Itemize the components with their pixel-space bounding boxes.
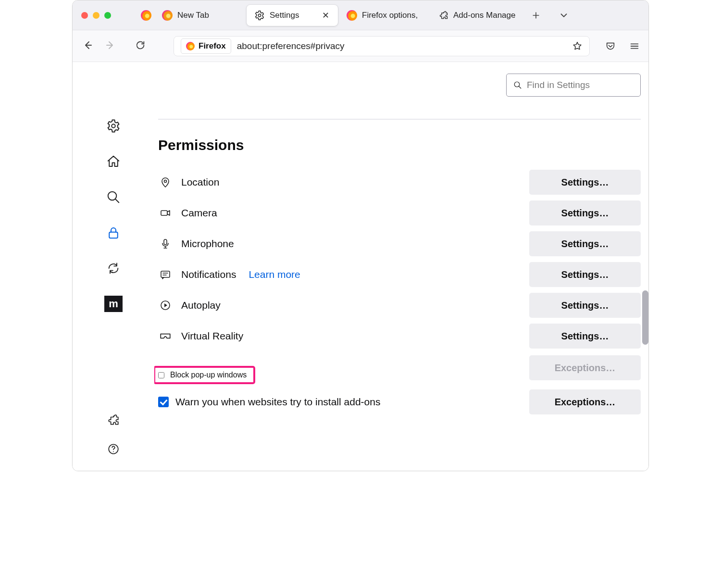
forward-button[interactable] (102, 39, 119, 53)
permission-label: Autoplay (181, 300, 221, 311)
permission-microphone: Microphone Settings… (158, 228, 641, 259)
scrollbar-thumb[interactable] (642, 290, 648, 345)
minimize-window-icon[interactable] (93, 12, 99, 19)
tab-settings[interactable]: Settings ✕ (247, 5, 338, 26)
vr-settings-button[interactable]: Settings… (529, 324, 641, 349)
permission-location: Location Settings… (158, 167, 641, 198)
tab-label: Firefox options, (362, 11, 423, 20)
sidebar-item-help[interactable] (105, 441, 122, 457)
chevron-down-icon (559, 10, 569, 21)
sidebar-item-home[interactable] (105, 153, 122, 170)
firefox-icon (347, 10, 357, 21)
block-popups-highlight: Block pop-up windows (154, 366, 255, 384)
url-text: about:preferences#privacy (237, 41, 566, 51)
sync-icon (107, 262, 120, 275)
svg-rect-9 (161, 271, 170, 277)
block-popups-checkbox[interactable] (158, 372, 164, 378)
permission-label: Notifications (181, 269, 236, 280)
lock-icon (106, 225, 121, 240)
warn-addons-checkbox[interactable] (158, 397, 169, 407)
identity-box[interactable]: Firefox (181, 38, 231, 54)
svg-rect-7 (161, 211, 167, 215)
hamburger-icon (629, 41, 640, 51)
camera-icon (158, 207, 173, 219)
tab-label: Add-ons Manage (453, 11, 515, 20)
new-tab-button[interactable] (529, 8, 543, 23)
pocket-button[interactable] (603, 39, 618, 53)
vr-icon (158, 330, 173, 342)
menu-button[interactable] (627, 39, 642, 53)
pocket-icon (605, 41, 616, 51)
gear-icon (106, 119, 121, 133)
star-icon[interactable] (572, 41, 583, 51)
browser-window: New Tab Settings ✕ Firefox options, Add-… (72, 0, 649, 471)
firefox-icon (141, 10, 151, 21)
microphone-settings-button[interactable]: Settings… (529, 231, 641, 256)
permission-label: Camera (181, 207, 217, 219)
url-bar[interactable]: Firefox about:preferences#privacy (174, 36, 590, 56)
sidebar-item-extensions[interactable] (105, 412, 122, 428)
sidebar-item-sync[interactable] (105, 260, 122, 276)
identity-label: Firefox (199, 41, 226, 51)
tab-label: New Tab (177, 11, 238, 20)
svg-rect-8 (164, 239, 167, 245)
close-window-icon[interactable] (81, 12, 88, 19)
permission-label: Microphone (181, 238, 234, 250)
autoplay-settings-button[interactable]: Settings… (529, 293, 641, 318)
reload-button[interactable] (132, 40, 149, 52)
search-icon (106, 190, 121, 204)
tab-firefox-options[interactable]: Firefox options, (339, 5, 430, 26)
sidebar-item-general[interactable] (105, 118, 122, 134)
window-controls (81, 12, 111, 19)
sidebar-item-mozilla[interactable]: m (104, 296, 123, 312)
help-icon (107, 443, 120, 455)
arrow-left-icon (82, 39, 93, 51)
puzzle-icon (439, 11, 448, 20)
main-pane: Find in Settings Permissions Location Se… (154, 62, 648, 471)
section-divider (158, 119, 641, 120)
settings-search-placeholder: Find in Settings (527, 80, 590, 90)
block-popups-exceptions-button[interactable]: Exceptions… (529, 355, 641, 380)
block-popups-label: Block pop-up windows (170, 371, 247, 379)
back-button[interactable] (79, 39, 96, 53)
navigation-toolbar: Firefox about:preferences#privacy (73, 30, 648, 62)
permissions-heading: Permissions (158, 137, 641, 153)
zoom-window-icon[interactable] (104, 12, 111, 19)
permission-label: Location (181, 176, 219, 188)
sidebar-item-search[interactable] (105, 189, 122, 205)
svg-point-6 (164, 180, 167, 183)
permission-vr: Virtual Reality Settings… (158, 321, 641, 351)
camera-settings-button[interactable]: Settings… (529, 200, 641, 225)
firefox-icon (186, 42, 195, 50)
notifications-settings-button[interactable]: Settings… (529, 262, 641, 287)
arrow-right-icon (105, 39, 116, 51)
notifications-icon (158, 269, 173, 280)
autoplay-icon (158, 300, 173, 311)
svg-point-0 (258, 14, 261, 17)
all-tabs-button[interactable] (557, 8, 571, 23)
plus-icon (531, 11, 541, 20)
permission-camera: Camera Settings… (158, 198, 641, 228)
home-icon (106, 154, 121, 169)
search-icon (513, 81, 522, 89)
gear-icon (254, 10, 265, 21)
warn-addons-exceptions-button[interactable]: Exceptions… (529, 389, 641, 414)
settings-search[interactable]: Find in Settings (506, 74, 641, 97)
close-tab-icon[interactable]: ✕ (321, 10, 330, 21)
svg-point-1 (112, 124, 115, 128)
category-sidebar: m (73, 62, 154, 471)
microphone-icon (158, 238, 173, 250)
warn-addons-label: Warn you when websites try to install ad… (175, 396, 380, 408)
permission-label: Virtual Reality (181, 330, 243, 342)
reload-icon (135, 40, 146, 50)
tab-new[interactable]: New Tab (154, 5, 246, 26)
permission-autoplay: Autoplay Settings… (158, 290, 641, 321)
tab-addons[interactable]: Add-ons Manage (431, 5, 523, 26)
puzzle-icon (107, 414, 120, 426)
location-icon (158, 176, 173, 188)
location-settings-button[interactable]: Settings… (529, 170, 641, 195)
learn-more-link[interactable]: Learn more (249, 269, 300, 280)
tab-label: Settings (270, 11, 316, 20)
sidebar-item-privacy[interactable] (105, 225, 122, 241)
tab-strip: New Tab Settings ✕ Firefox options, Add-… (73, 0, 648, 30)
